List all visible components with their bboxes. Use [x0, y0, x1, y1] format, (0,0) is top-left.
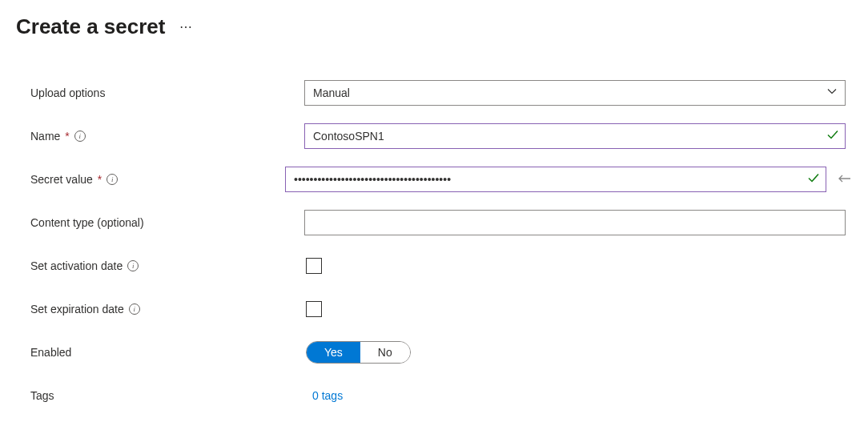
- label-text: Set expiration date: [30, 303, 124, 315]
- secret-value-input[interactable]: [285, 167, 826, 192]
- label-secret-value: Secret value * i: [16, 173, 285, 186]
- label-name: Name * i: [16, 130, 304, 143]
- info-icon[interactable]: i: [127, 260, 139, 271]
- info-icon[interactable]: i: [129, 303, 140, 315]
- row-secret-value: Secret value * i: [16, 166, 852, 193]
- info-icon[interactable]: i: [74, 131, 86, 142]
- content-type-input[interactable]: [304, 210, 846, 235]
- cursor-arrow-icon: [834, 172, 852, 187]
- row-upload-options: Upload options: [16, 79, 852, 106]
- page-title: Create a secret: [16, 14, 165, 39]
- info-icon[interactable]: i: [106, 174, 118, 185]
- required-indicator: *: [98, 173, 102, 186]
- row-name: Name * i: [16, 123, 852, 150]
- activation-date-checkbox[interactable]: [306, 258, 322, 274]
- row-expiration-date: Set expiration date i: [16, 295, 852, 323]
- label-text: Set activation date: [30, 259, 123, 272]
- required-indicator: *: [65, 130, 69, 143]
- label-expiration-date: Set expiration date i: [16, 303, 304, 315]
- upload-options-input[interactable]: [304, 80, 846, 106]
- row-content-type: Content type (optional): [16, 209, 852, 236]
- label-text: Secret value: [30, 173, 93, 186]
- label-text: Content type (optional): [30, 216, 144, 229]
- label-enabled: Enabled: [16, 346, 304, 359]
- label-text: Tags: [30, 389, 54, 402]
- check-icon: [826, 129, 839, 144]
- label-text: Upload options: [30, 86, 105, 99]
- page-header: Create a secret ⋯: [16, 14, 852, 39]
- label-text: Name: [30, 130, 60, 143]
- row-tags: Tags 0 tags: [16, 382, 852, 409]
- enabled-yes-button[interactable]: Yes: [307, 342, 360, 363]
- enabled-toggle: Yes No: [306, 341, 411, 364]
- label-text: Enabled: [30, 346, 71, 359]
- select-upload-options[interactable]: [304, 80, 846, 106]
- label-tags: Tags: [16, 389, 304, 402]
- tags-link[interactable]: 0 tags: [312, 389, 343, 402]
- expiration-date-checkbox[interactable]: [306, 301, 322, 317]
- row-enabled: Enabled Yes No: [16, 339, 852, 366]
- enabled-no-button[interactable]: No: [360, 342, 410, 363]
- label-content-type: Content type (optional): [16, 216, 304, 229]
- label-activation-date: Set activation date i: [16, 259, 304, 272]
- more-icon[interactable]: ⋯: [179, 19, 194, 34]
- name-input[interactable]: [304, 123, 846, 149]
- label-upload-options: Upload options: [16, 86, 304, 99]
- row-activation-date: Set activation date i: [16, 252, 852, 279]
- check-icon: [807, 172, 820, 187]
